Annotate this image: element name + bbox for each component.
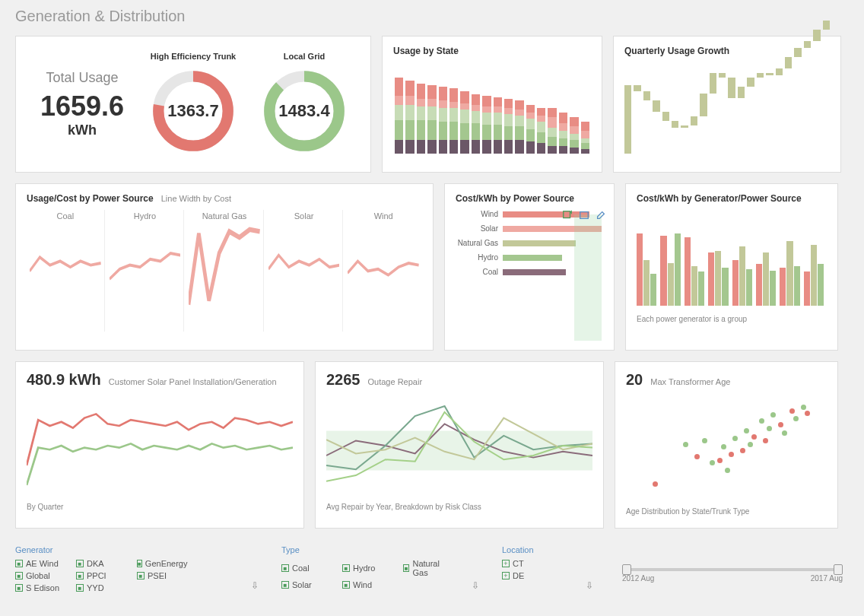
cost-gen-note: Each power generator is a group [637,315,827,323]
transformer-label: Max Transformer Age [650,377,730,386]
transformer-footer: Age Distribution by State/Trunk Type [626,507,827,516]
expand-icon[interactable]: ⇩ [251,580,259,592]
total-usage-value: 1659.6 [27,90,138,122]
edit-icon[interactable] [596,210,606,221]
reference-band [574,214,602,341]
cost-gen-chart [637,210,827,309]
cost-kwh-title: Cost/kWh by Power Source [456,193,603,204]
usage-cost-title: Usage/Cost by Power SourceLine Width by … [27,193,422,204]
filter-item[interactable]: ■YYD [76,583,122,592]
filter-item[interactable]: +DE [502,571,548,580]
solar-footer: By Quarter [27,503,293,511]
maximize-icon[interactable] [579,210,589,221]
usage-by-state-title: Usage by State [393,46,591,56]
trunk-gauge: High Efficiency Trunk 1363.7 [138,52,249,157]
totals-card: Total Usage 1659.6 kWh High Efficiency T… [15,36,371,173]
cost-gen-card[interactable]: Cost/kWh by Generator/Power Source Each … [625,183,838,351]
outage-value: 2265 [326,371,361,389]
solar-chart [27,396,293,495]
transformer-value: 20 [626,371,643,389]
date-range-slider[interactable]: 2012 Aug2017 Aug [616,545,849,592]
expand-icon[interactable]: ⇩ [586,580,593,592]
outage-label: Outage Repair [368,377,423,386]
outage-card[interactable]: 2265Outage Repair Avg Repair by Year, Br… [315,361,604,529]
filter-item[interactable]: ■Hydro [342,559,388,577]
quarterly-growth-chart [624,62,830,154]
filter-item[interactable]: ■Global [15,571,61,580]
usage-cost-card[interactable]: Usage/Cost by Power SourceLine Width by … [15,183,434,351]
filter-item[interactable]: ■S Edison [15,583,61,592]
cost-gen-title: Cost/kWh by Generator/Power Source [637,193,827,204]
grid-gauge: Local Grid 1483.4 [249,52,360,157]
usage-cost-facets: CoalHydroNatural GasSolarWind [27,210,422,332]
filter-item[interactable]: ■Natural Gas [403,559,449,577]
filter-item[interactable]: ■PSEI [137,571,183,580]
outage-chart [326,396,592,495]
trunk-value: 1363.7 [167,101,218,121]
trunk-label: High Efficiency Trunk [138,52,249,61]
filter-item[interactable]: +CT [502,559,548,568]
svg-rect-5 [580,212,589,219]
filter-item[interactable]: ■Wind [342,580,388,589]
total-usage-block: Total Usage 1659.6 kWh [27,70,138,138]
filter-bar: Generator ■AE Wind■DKA■GenEnergy■Global■… [15,539,849,599]
total-usage-unit: kWh [27,122,138,138]
grid-value: 1483.4 [278,101,329,121]
filter-item[interactable]: ■DKA [76,559,122,568]
export-icon[interactable] [562,210,573,221]
solar-label: Customer Solar Panel Installation/Genera… [109,377,277,386]
grid-label: Local Grid [249,52,360,61]
svg-rect-6 [326,431,592,471]
filter-item[interactable]: ■GenEnergy [137,559,183,568]
transformer-chart [626,396,827,503]
outage-footer: Avg Repair by Year, Breakdown by Risk Cl… [326,503,592,511]
filter-type: Type ■Coal■Hydro■Natural Gas■Solar■Wind [281,545,449,592]
usage-by-state-card[interactable]: Usage by State [382,36,602,173]
cost-kwh-card[interactable]: Cost/kWh by Power Source WindSolarNatura… [444,183,615,351]
page-title: Generation & Distribution [15,8,849,25]
filter-item[interactable]: ■PPCI [76,571,122,580]
usage-by-state-chart [393,62,591,154]
solar-value: 480.9 kWh [27,371,101,389]
transformer-card[interactable]: 20Max Transformer Age Age Distribution b… [615,361,838,529]
solar-card[interactable]: 480.9 kWhCustomer Solar Panel Installati… [15,361,304,529]
filter-location: Location +CT+DE [502,545,563,592]
expand-icon[interactable]: ⇩ [472,580,479,592]
filter-item[interactable]: ■Coal [281,559,327,577]
filter-item[interactable]: ■AE Wind [15,559,61,568]
filter-item[interactable]: ■Solar [281,580,327,589]
total-usage-label: Total Usage [27,70,138,86]
filter-generator: Generator ■AE Wind■DKA■GenEnergy■Global■… [15,545,228,592]
svg-rect-4 [564,211,570,218]
quarterly-growth-card[interactable]: Quarterly Usage Growth [613,36,841,173]
